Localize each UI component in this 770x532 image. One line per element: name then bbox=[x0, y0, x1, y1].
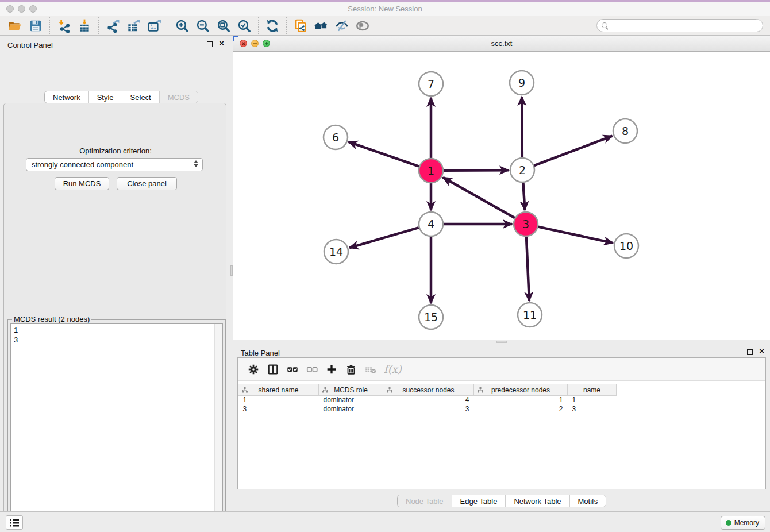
export-image-button[interactable] bbox=[144, 17, 164, 34]
splitter-grip[interactable] bbox=[230, 265, 233, 276]
show-columns-button[interactable] bbox=[263, 360, 283, 379]
graph-edge-2-8[interactable] bbox=[534, 136, 613, 166]
network-window-titlebar[interactable]: scc.txt bbox=[233, 36, 770, 52]
graph-edge-1-2[interactable] bbox=[444, 170, 509, 171]
graph-node-6[interactable]: 6 bbox=[324, 125, 348, 149]
graph-node-15[interactable]: 15 bbox=[419, 305, 443, 329]
svg-text:9: 9 bbox=[518, 76, 525, 89]
import-table-button[interactable] bbox=[74, 17, 95, 34]
column-header-name[interactable]: name bbox=[568, 384, 617, 395]
graph-node-8[interactable]: 8 bbox=[613, 119, 637, 143]
cell[interactable]: 3 bbox=[383, 404, 474, 414]
graph-node-2[interactable]: 2 bbox=[510, 158, 534, 182]
result-scrollbar[interactable] bbox=[214, 324, 222, 532]
memory-button[interactable]: Memory bbox=[721, 516, 765, 530]
search-field[interactable] bbox=[596, 19, 763, 32]
close-panel-icon[interactable]: × bbox=[219, 38, 224, 48]
cell[interactable]: 1 bbox=[568, 395, 617, 404]
task-history-button[interactable] bbox=[6, 515, 23, 530]
graph-edge-2-3[interactable] bbox=[523, 183, 525, 210]
column-header-shared-name[interactable]: shared name bbox=[238, 384, 319, 395]
float-panel-icon[interactable] bbox=[207, 41, 213, 47]
graph-edge-3-10[interactable] bbox=[538, 227, 613, 243]
refresh-layout-button[interactable] bbox=[262, 17, 283, 34]
column-header-successor-nodes[interactable]: successor nodes bbox=[383, 384, 474, 395]
network-close-icon[interactable] bbox=[240, 40, 247, 47]
cell[interactable]: 1 bbox=[474, 395, 568, 404]
cell[interactable]: 1 bbox=[238, 395, 319, 404]
graph-node-14[interactable]: 14 bbox=[324, 240, 348, 264]
tab-node-table[interactable]: Node Table bbox=[398, 495, 452, 507]
cell[interactable]: dominator bbox=[319, 404, 383, 414]
save-session-button[interactable] bbox=[25, 17, 46, 34]
minimize-traffic-light[interactable] bbox=[18, 5, 25, 13]
network-minimize-icon[interactable] bbox=[251, 40, 259, 47]
graph-node-10[interactable]: 10 bbox=[614, 234, 638, 258]
open-session-button[interactable] bbox=[5, 17, 25, 34]
tab-edge-table[interactable]: Edge Table bbox=[452, 495, 506, 507]
deselect-all-columns-button[interactable] bbox=[302, 360, 322, 379]
tab-network[interactable]: Network bbox=[45, 91, 88, 103]
export-network-button[interactable] bbox=[102, 17, 123, 34]
cell[interactable]: 3 bbox=[238, 404, 319, 414]
svg-text:6: 6 bbox=[332, 131, 339, 144]
graph-edge-1-6[interactable] bbox=[349, 142, 419, 167]
zoom-selected-button[interactable] bbox=[234, 17, 255, 34]
tab-network-table[interactable]: Network Table bbox=[505, 495, 569, 507]
hide-graphics-button[interactable] bbox=[332, 17, 352, 34]
mcds-result-box[interactable]: 1 3 bbox=[10, 323, 223, 532]
svg-text:14: 14 bbox=[329, 245, 343, 258]
graph-edge-2-9[interactable] bbox=[522, 97, 522, 157]
cell[interactable]: 4 bbox=[383, 395, 474, 404]
table-settings-button[interactable] bbox=[244, 360, 263, 379]
cell[interactable]: dominator bbox=[319, 395, 383, 404]
add-column-button[interactable] bbox=[322, 360, 341, 379]
close-panel-button[interactable]: Close panel bbox=[117, 177, 177, 190]
graph-node-11[interactable]: 11 bbox=[518, 303, 542, 327]
graph-node-1[interactable]: 1 bbox=[419, 159, 443, 183]
network-canvas[interactable]: 7968124314101511 bbox=[233, 52, 770, 340]
toolbar-separator bbox=[49, 17, 50, 34]
graph-edge-3-11[interactable] bbox=[526, 237, 529, 301]
graph-node-7[interactable]: 7 bbox=[419, 72, 443, 96]
graph-node-9[interactable]: 9 bbox=[510, 71, 534, 95]
select-all-columns-button[interactable] bbox=[283, 360, 302, 379]
maximize-traffic-light[interactable] bbox=[29, 5, 37, 13]
graph-edge-4-14[interactable] bbox=[349, 228, 419, 248]
search-input[interactable] bbox=[609, 21, 763, 31]
columns-icon bbox=[267, 363, 279, 376]
cell[interactable]: 3 bbox=[568, 404, 617, 414]
close-panel-icon[interactable]: × bbox=[759, 346, 764, 356]
close-traffic-light[interactable] bbox=[6, 5, 14, 13]
export-table-button[interactable] bbox=[123, 17, 144, 34]
application-window: Session: New Session bbox=[0, 0, 770, 532]
import-network-button[interactable] bbox=[53, 17, 74, 34]
tab-select[interactable]: Select bbox=[122, 91, 159, 103]
zoom-in-button[interactable] bbox=[172, 17, 192, 34]
toolbar-separator bbox=[98, 17, 99, 34]
run-mcds-button[interactable]: Run MCDS bbox=[55, 177, 109, 190]
graph-node-3[interactable]: 3 bbox=[514, 212, 538, 236]
birdseye-view-button[interactable] bbox=[352, 17, 373, 34]
tab-mcds[interactable]: MCDS bbox=[159, 91, 198, 103]
gear-icon bbox=[247, 363, 260, 376]
cell[interactable]: 2 bbox=[474, 404, 568, 414]
criterion-select[interactable]: strongly connected component bbox=[26, 158, 203, 171]
toolbar-separator bbox=[258, 17, 259, 34]
column-header-mcds-role[interactable]: MCDS role bbox=[319, 384, 383, 395]
tab-motifs[interactable]: Motifs bbox=[569, 495, 606, 507]
column-header-predecessor-nodes[interactable]: predecessor nodes bbox=[474, 384, 568, 395]
zoom-out-button[interactable] bbox=[192, 17, 213, 34]
table-row[interactable]: 3 dominator 3 2 3 bbox=[238, 404, 617, 414]
graph-edge-3-1[interactable] bbox=[443, 178, 515, 218]
float-panel-icon[interactable] bbox=[747, 349, 753, 355]
table-row[interactable]: 1 dominator 4 1 1 bbox=[238, 395, 617, 404]
delete-column-button[interactable] bbox=[341, 360, 361, 379]
tab-style[interactable]: Style bbox=[88, 91, 122, 103]
clone-network-button[interactable] bbox=[290, 17, 311, 34]
splitter-grip[interactable] bbox=[496, 341, 507, 343]
zoom-fit-button[interactable] bbox=[213, 17, 234, 34]
graph-node-4[interactable]: 4 bbox=[419, 212, 443, 236]
home-networks-button[interactable] bbox=[311, 17, 332, 34]
network-maximize-icon[interactable] bbox=[263, 40, 270, 47]
